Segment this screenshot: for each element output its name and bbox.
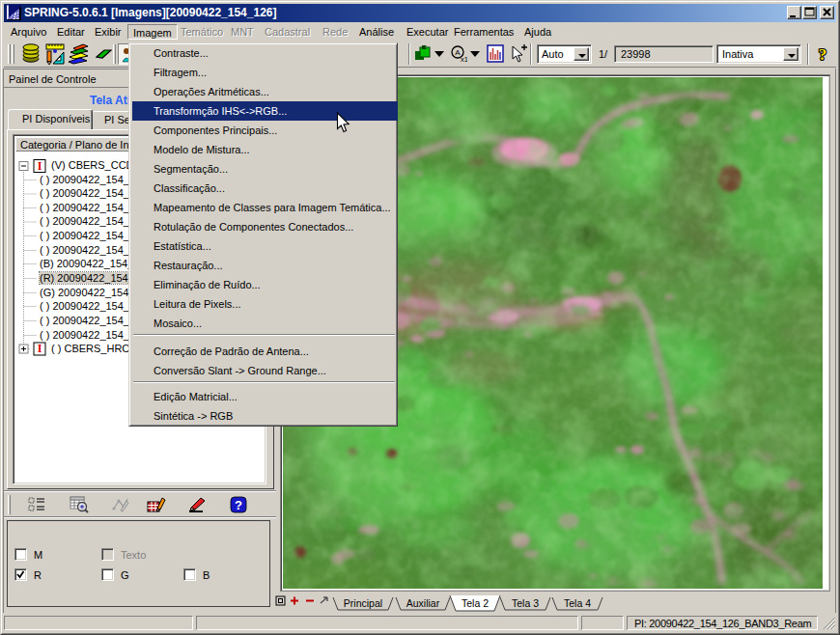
svg-text:?: ? [819, 45, 827, 64]
svg-text:Tela 3: Tela 3 [512, 597, 539, 609]
svg-text:I: I [38, 342, 42, 355]
svg-text:?: ? [235, 498, 242, 512]
svg-text:Auxiliar: Auxiliar [406, 597, 440, 609]
svg-text:Principal: Principal [344, 597, 382, 609]
svg-text:Tela 4: Tela 4 [564, 597, 591, 609]
svg-text:Tela 2: Tela 2 [462, 597, 489, 609]
svg-text:x1: x1 [461, 55, 467, 64]
svg-text:I: I [38, 159, 42, 173]
